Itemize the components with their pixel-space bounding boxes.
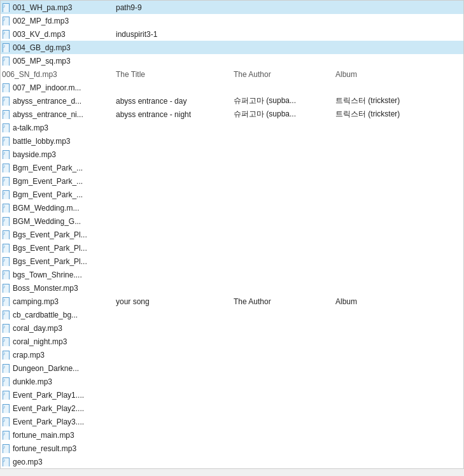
list-item[interactable]: 003_KV_d.mp3induspirit3-1	[1, 27, 463, 41]
list-item[interactable]: Bgm_Event_Park_...	[1, 188, 463, 201]
file-author: The Author	[231, 297, 333, 306]
list-item[interactable]: Bgs_Event_Park_Pl...	[1, 228, 463, 241]
music-file-icon	[2, 297, 11, 306]
list-item[interactable]: cb_cardbattle_bg...	[1, 308, 463, 321]
file-name: bgs_Town_Shrine....	[2, 270, 113, 279]
file-list: 001_WH_pa.mp3path9-9002_MP_fd.mp3003_KV_…	[0, 0, 464, 469]
music-file-icon	[2, 190, 11, 199]
file-name: Event_Park_Play1....	[2, 391, 113, 400]
list-item[interactable]: BGM_Wedding.m...	[1, 201, 463, 214]
music-file-icon	[2, 364, 11, 373]
list-item[interactable]: Bgm_Event_Park_...	[1, 161, 463, 174]
file-name: Dungeon_Darkne...	[2, 364, 113, 373]
list-item[interactable]: camping.mp3your songThe AuthorAlbum	[1, 295, 463, 308]
list-item[interactable]: Event_Park_Play3....	[1, 415, 463, 428]
file-author: 슈퍼고마 (supba...	[231, 109, 333, 120]
music-file-icon	[2, 458, 11, 466]
file-title: your song	[113, 297, 231, 306]
list-item[interactable]: Bgs_Event_Park_Pl...	[1, 241, 463, 255]
list-item[interactable]: 007_MP_indoor.m...	[1, 81, 463, 94]
music-file-icon	[2, 270, 11, 279]
file-title: The Title	[113, 70, 231, 79]
list-item[interactable]: dunkle.mp3	[1, 375, 463, 388]
list-item[interactable]: 006_SN_fd.mp3The TitleThe AuthorAlbum	[1, 67, 463, 81]
music-file-icon	[2, 230, 11, 239]
file-name: crap.mp3	[2, 351, 113, 360]
list-item[interactable]: fortune_main.mp3	[1, 428, 463, 442]
file-name: camping.mp3	[2, 297, 113, 306]
file-album: Album	[333, 70, 447, 79]
file-name: 006_SN_fd.mp3	[2, 70, 113, 79]
music-file-icon	[2, 43, 11, 52]
file-name: Bgs_Event_Park_Pl...	[2, 244, 113, 253]
music-file-icon	[2, 83, 11, 92]
list-item[interactable]: a-talk.mp3	[1, 121, 463, 134]
file-name: Bgs_Event_Park_Pl...	[2, 257, 113, 266]
file-name: Boss_Monster.mp3	[2, 284, 113, 293]
music-file-icon	[2, 217, 11, 226]
file-name: dunkle.mp3	[2, 377, 113, 386]
list-item[interactable]: geo.mp3	[1, 455, 463, 468]
list-item[interactable]: bgs_Town_Shrine....	[1, 268, 463, 281]
file-name: a-talk.mp3	[2, 123, 113, 132]
music-file-icon	[2, 164, 11, 172]
file-name: abyss_entrance_d...	[2, 97, 113, 106]
list-item[interactable]: Dungeon_Darkne...	[1, 361, 463, 375]
list-item[interactable]: battle_lobby.mp3	[1, 134, 463, 148]
list-item[interactable]: Event_Park_Play1....	[1, 388, 463, 402]
music-file-icon	[2, 444, 11, 453]
music-file-icon	[2, 404, 11, 413]
list-item[interactable]: Bgm_Event_Park_...	[1, 174, 463, 188]
file-name: 004_GB_dg.mp3	[2, 43, 113, 52]
file-name: battle_lobby.mp3	[2, 137, 113, 146]
list-item[interactable]: abyss_entrance_d...abyss entrance - day슈…	[1, 94, 463, 108]
list-item[interactable]: coral_night.mp3	[1, 335, 463, 348]
file-name: 001_WH_pa.mp3	[2, 3, 113, 12]
file-author: The Author	[231, 70, 333, 79]
list-item[interactable]: fortune_result.mp3	[1, 442, 463, 455]
file-name: BGM_Wedding.m...	[2, 204, 113, 213]
file-name: 002_MP_fd.mp3	[2, 17, 113, 25]
music-file-icon	[2, 137, 11, 146]
music-file-icon	[2, 3, 11, 12]
file-name: geo.mp3	[2, 458, 113, 466]
file-name: abyss_entrance_ni...	[2, 110, 113, 119]
music-file-icon	[2, 391, 11, 400]
file-title: abyss entrance - day	[113, 97, 231, 106]
file-title: induspirit3-1	[113, 30, 231, 39]
music-file-icon	[2, 110, 11, 119]
file-name: 007_MP_indoor.m...	[2, 83, 113, 92]
file-author: 슈퍼고마 (supba...	[231, 95, 333, 106]
file-name: bayside.mp3	[2, 150, 113, 159]
list-item[interactable]: Boss_Monster.mp3	[1, 281, 463, 295]
list-item[interactable]: coral_day.mp3	[1, 321, 463, 335]
list-item[interactable]: abyss_entrance_ni...abyss entrance - nig…	[1, 108, 463, 121]
file-album: Album	[333, 297, 447, 306]
file-name: coral_night.mp3	[2, 337, 113, 346]
list-item[interactable]: bayside.mp3	[1, 148, 463, 161]
music-file-icon	[2, 30, 11, 39]
list-item[interactable]: 002_MP_fd.mp3	[1, 14, 463, 27]
music-file-icon	[2, 431, 11, 440]
list-item[interactable]: 005_MP_sq.mp3	[1, 54, 463, 67]
file-album: 트릭스터 (trickster)	[333, 109, 447, 120]
music-file-icon	[2, 351, 11, 360]
music-file-icon	[2, 257, 11, 266]
file-name: Bgm_Event_Park_...	[2, 190, 113, 199]
list-item[interactable]: 004_GB_dg.mp3	[1, 41, 463, 54]
music-file-icon	[2, 417, 11, 426]
list-item[interactable]: Event_Park_Play2....	[1, 402, 463, 415]
list-item[interactable]: 001_WH_pa.mp3path9-9	[1, 1, 463, 14]
music-file-icon	[2, 123, 11, 132]
music-file-icon	[2, 337, 11, 346]
file-name: Bgm_Event_Park_...	[2, 177, 113, 186]
list-item[interactable]: BGM_Wedding_G...	[1, 214, 463, 228]
file-title: abyss entrance - night	[113, 110, 231, 119]
file-name: coral_day.mp3	[2, 324, 113, 333]
file-name: Bgs_Event_Park_Pl...	[2, 230, 113, 239]
file-name: cb_cardbattle_bg...	[2, 311, 113, 319]
music-file-icon	[2, 97, 11, 106]
list-item[interactable]: crap.mp3	[1, 348, 463, 361]
list-item[interactable]: Bgs_Event_Park_Pl...	[1, 255, 463, 268]
file-name: Event_Park_Play2....	[2, 404, 113, 413]
